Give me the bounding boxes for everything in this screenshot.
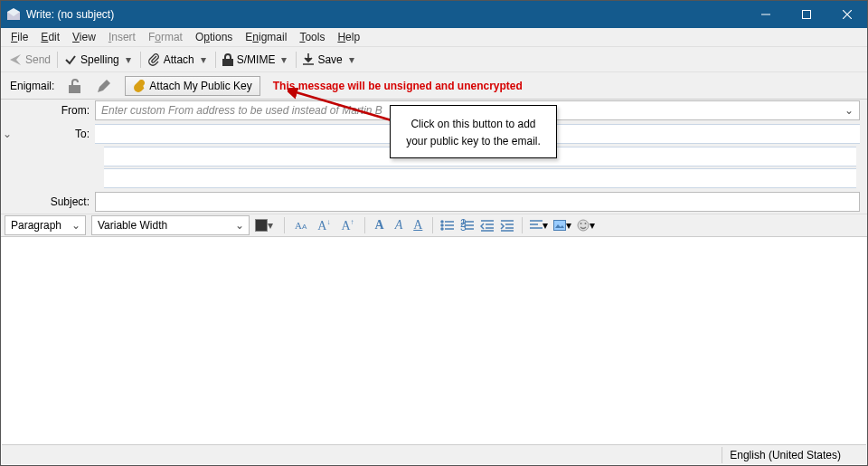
- chevron-down-icon: ▾: [268, 219, 277, 232]
- smime-button[interactable]: S/MIME ▾: [218, 51, 295, 69]
- outdent-button[interactable]: [480, 219, 495, 232]
- svg-rect-0: [802, 11, 810, 19]
- paperclip-icon: [147, 53, 160, 66]
- attach-public-key-button[interactable]: Attach My Public Key: [125, 76, 259, 96]
- align-left-icon: [530, 220, 542, 231]
- save-button[interactable]: Save ▾: [298, 51, 361, 69]
- font-family-value: Variable Width: [98, 219, 167, 232]
- toolbar: Send Spelling ▾ Attach ▾ S/MIME ▾ Save ▾: [1, 47, 867, 72]
- attach-button[interactable]: Attach ▾: [143, 51, 213, 69]
- pencil-icon[interactable]: [96, 78, 112, 94]
- svg-point-26: [580, 223, 582, 224]
- attach-label: Attach: [164, 53, 194, 66]
- menu-view[interactable]: View: [66, 29, 102, 45]
- check-icon: [64, 53, 77, 66]
- maximize-button[interactable]: [786, 1, 826, 28]
- statusbar: English (United States): [2, 444, 866, 464]
- insert-object-button[interactable]: ▾: [553, 219, 571, 232]
- enigmail-toolbar: Enigmail: Attach My Public Key This mess…: [1, 72, 867, 100]
- menu-help[interactable]: Help: [331, 29, 366, 45]
- lock-icon: [222, 53, 233, 66]
- subject-label: Subject:: [14, 195, 95, 208]
- spelling-button[interactable]: Spelling ▾: [60, 51, 138, 69]
- annotation-text: Click on this button to add your public …: [406, 118, 541, 147]
- chevron-down-icon: ▾: [590, 219, 595, 232]
- attach-dropdown[interactable]: ▾: [198, 53, 209, 66]
- smime-dropdown[interactable]: ▾: [278, 53, 289, 66]
- message-body[interactable]: [1, 237, 867, 466]
- align-button[interactable]: ▾: [530, 219, 548, 232]
- chevron-down-icon: ⌄: [235, 219, 244, 232]
- smime-label: S/MIME: [237, 53, 276, 66]
- format-toolbar: Paragraph ⌄ Variable Width ⌄ ▾ AA A↓ A↑ …: [1, 214, 867, 237]
- svg-text:3: 3: [460, 221, 467, 232]
- menubar: File Edit View Insert Format Options Eni…: [1, 28, 867, 47]
- app-icon: [6, 7, 21, 22]
- spelling-dropdown[interactable]: ▾: [123, 53, 134, 66]
- menu-enigmail[interactable]: Enigmail: [239, 29, 293, 45]
- from-dropdown-icon[interactable]: ⌄: [844, 104, 854, 117]
- font-size-increase-button[interactable]: A↑: [338, 216, 356, 235]
- paragraph-style-select[interactable]: Paragraph ⌄: [5, 215, 86, 235]
- underline-button[interactable]: A: [410, 216, 425, 234]
- smiley-icon: [577, 219, 590, 232]
- number-list-button[interactable]: 123: [460, 219, 475, 232]
- font-family-select[interactable]: Variable Width ⌄: [91, 215, 250, 235]
- menu-edit[interactable]: Edit: [34, 29, 66, 45]
- to-label[interactable]: To:: [14, 128, 95, 140]
- annotation-arrow: [288, 88, 396, 133]
- bold-button[interactable]: A: [373, 216, 387, 234]
- window-title: Write: (no subject): [26, 8, 745, 21]
- save-label: Save: [317, 53, 342, 66]
- color-swatch-icon: [255, 219, 268, 232]
- menu-file[interactable]: File: [5, 29, 34, 45]
- indent-button[interactable]: [500, 219, 514, 232]
- enigmail-label: Enigmail:: [10, 80, 54, 92]
- attach-public-key-label: Attach My Public Key: [149, 80, 251, 92]
- text-color-button[interactable]: ▾: [255, 219, 277, 232]
- close-button[interactable]: [826, 1, 867, 28]
- from-label: From:: [14, 104, 95, 117]
- recipient-line-3[interactable]: [104, 168, 856, 188]
- paragraph-style-value: Paragraph: [11, 219, 61, 232]
- language-status[interactable]: English (United States): [722, 447, 859, 463]
- svg-point-27: [585, 223, 587, 224]
- svg-point-25: [578, 220, 589, 231]
- spelling-label: Spelling: [80, 53, 119, 66]
- svg-line-28: [293, 91, 392, 120]
- svg-point-5: [441, 228, 443, 230]
- italic-button[interactable]: A: [392, 216, 406, 234]
- menu-format: Format: [142, 29, 189, 45]
- send-icon: [9, 53, 22, 66]
- send-label: Send: [25, 53, 51, 66]
- font-size-reset-button[interactable]: AA: [292, 218, 309, 233]
- chevron-down-icon: ▾: [566, 219, 571, 232]
- expand-recipients-icon[interactable]: ⌄: [1, 128, 14, 140]
- emoji-button[interactable]: ▾: [577, 219, 595, 232]
- download-icon: [303, 53, 314, 66]
- save-dropdown[interactable]: ▾: [346, 53, 357, 66]
- bullet-list-button[interactable]: [440, 219, 455, 232]
- menu-insert: Insert: [102, 29, 142, 45]
- svg-point-3: [441, 224, 443, 226]
- key-attach-icon: [133, 80, 146, 92]
- titlebar: Write: (no subject): [1, 1, 867, 28]
- annotation-callout: Click on this button to add your public …: [390, 105, 557, 158]
- chevron-down-icon: ▾: [542, 219, 548, 232]
- image-icon: [553, 220, 566, 231]
- unlock-icon[interactable]: [67, 78, 83, 94]
- subject-field[interactable]: [95, 192, 860, 212]
- menu-options[interactable]: Options: [189, 29, 239, 45]
- svg-point-1: [441, 221, 443, 223]
- menu-tools[interactable]: Tools: [293, 29, 331, 45]
- send-button: Send: [5, 51, 55, 69]
- chevron-down-icon: ⌄: [71, 219, 80, 232]
- svg-rect-24: [554, 221, 566, 231]
- font-size-decrease-button[interactable]: A↓: [315, 216, 333, 235]
- minimize-button[interactable]: [745, 1, 786, 28]
